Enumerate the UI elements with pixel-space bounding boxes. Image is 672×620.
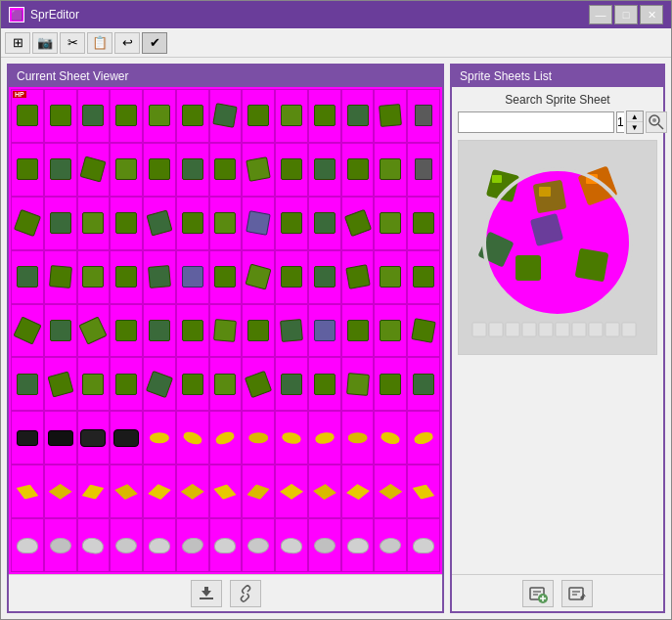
sprite-cell[interactable] — [11, 357, 44, 411]
sprite-cell[interactable] — [143, 197, 176, 250]
sprite-cell[interactable] — [11, 465, 44, 518]
sprite-cell[interactable] — [308, 304, 341, 358]
spin-up-button[interactable]: ▲ — [627, 111, 643, 122]
sprite-cell[interactable] — [110, 518, 143, 572]
close-button[interactable]: ✕ — [640, 5, 663, 24]
search-input[interactable] — [458, 111, 614, 133]
sprite-cell[interactable] — [374, 465, 407, 518]
sprite-cell[interactable] — [110, 250, 143, 304]
sprite-cell[interactable]: HP — [11, 89, 44, 143]
sprite-cell[interactable] — [407, 89, 440, 143]
sprite-cell[interactable] — [242, 357, 275, 411]
sprite-cell[interactable] — [275, 518, 308, 572]
sprite-cell[interactable] — [143, 357, 176, 411]
sprite-cell[interactable] — [77, 250, 111, 304]
sprite-cell[interactable] — [341, 518, 375, 572]
sprite-cell[interactable] — [110, 197, 143, 250]
minimize-button[interactable]: — — [589, 5, 612, 24]
sprite-cell[interactable] — [374, 304, 407, 358]
sprite-cell[interactable] — [209, 357, 243, 411]
sprite-cell[interactable] — [44, 518, 77, 572]
sprite-cell[interactable] — [341, 411, 375, 465]
sprite-cell[interactable] — [143, 304, 176, 358]
sprite-cell[interactable] — [77, 357, 111, 411]
sprite-cell[interactable] — [308, 197, 341, 250]
sprite-cell[interactable] — [176, 357, 209, 411]
sprite-cell[interactable] — [110, 411, 143, 465]
sprite-cell[interactable] — [11, 250, 44, 304]
sprite-cell[interactable] — [341, 143, 375, 197]
sprite-cell[interactable] — [176, 304, 209, 358]
sprite-cell[interactable] — [242, 304, 275, 358]
sprite-cell[interactable] — [143, 465, 176, 518]
sprite-cell[interactable] — [407, 143, 440, 197]
sprite-cell[interactable] — [209, 411, 243, 465]
sprite-cell[interactable] — [11, 197, 44, 250]
sprite-cell[interactable] — [110, 304, 143, 358]
sprite-cell[interactable] — [110, 357, 143, 411]
sprite-cell[interactable] — [242, 465, 275, 518]
sprite-cell[interactable] — [341, 89, 375, 143]
sprite-cell[interactable] — [77, 89, 111, 143]
sprite-cell[interactable] — [44, 465, 77, 518]
sprite-cell[interactable] — [11, 411, 44, 465]
sprite-cell[interactable] — [77, 465, 111, 518]
sprite-cell[interactable] — [341, 304, 375, 358]
sprite-cell[interactable] — [176, 89, 209, 143]
sprite-cell[interactable] — [374, 89, 407, 143]
sprite-cell[interactable] — [110, 143, 143, 197]
sprite-cell[interactable] — [308, 411, 341, 465]
sprite-grid[interactable]: HP — [9, 87, 442, 574]
sprite-cell[interactable] — [44, 143, 77, 197]
sprite-cell[interactable] — [209, 518, 243, 572]
sprite-cell[interactable] — [374, 411, 407, 465]
sprite-cell[interactable] — [77, 197, 111, 250]
sprite-cell[interactable] — [44, 411, 77, 465]
sprite-cell[interactable] — [209, 465, 243, 518]
sprite-cell[interactable] — [176, 143, 209, 197]
sprite-cell[interactable] — [275, 89, 308, 143]
sprite-cell[interactable] — [44, 250, 77, 304]
sprite-cell[interactable] — [242, 411, 275, 465]
sprite-cell[interactable] — [275, 304, 308, 358]
sprite-cell[interactable] — [44, 357, 77, 411]
sprite-cell[interactable] — [176, 411, 209, 465]
sprite-cell[interactable] — [143, 411, 176, 465]
sprite-cell[interactable] — [308, 143, 341, 197]
sprite-cell[interactable] — [275, 465, 308, 518]
cut-toolbar-btn[interactable]: ✂ — [60, 32, 85, 54]
download-button[interactable] — [191, 580, 222, 607]
camera-toolbar-btn[interactable]: 📷 — [32, 32, 58, 54]
sprite-cell[interactable] — [275, 143, 308, 197]
sprite-cell[interactable] — [407, 411, 440, 465]
sprite-cell[interactable] — [341, 250, 375, 304]
link-button[interactable] — [230, 580, 261, 607]
sprite-cell[interactable] — [176, 518, 209, 572]
sprite-cell[interactable] — [275, 197, 308, 250]
sprite-cell[interactable] — [374, 357, 407, 411]
search-go-button[interactable] — [646, 111, 667, 133]
sprite-cell[interactable] — [77, 411, 111, 465]
spin-down-button[interactable]: ▼ — [627, 122, 643, 133]
sprite-cell[interactable] — [308, 250, 341, 304]
sprite-cell[interactable] — [176, 197, 209, 250]
sprite-cell[interactable] — [308, 357, 341, 411]
sprite-cell[interactable] — [407, 304, 440, 358]
sprite-cell[interactable] — [77, 518, 111, 572]
sprite-cell[interactable] — [11, 143, 44, 197]
paste-toolbar-btn[interactable]: 📋 — [87, 32, 112, 54]
add-sheet-button[interactable] — [522, 580, 554, 607]
sprite-cell[interactable] — [374, 518, 407, 572]
sprite-cell[interactable] — [209, 250, 243, 304]
sprite-cell[interactable] — [11, 304, 44, 358]
sprite-cell[interactable] — [407, 250, 440, 304]
sprite-cell[interactable] — [242, 250, 275, 304]
sprite-cell[interactable] — [275, 357, 308, 411]
sprite-cell[interactable] — [407, 518, 440, 572]
sprite-cell[interactable] — [143, 518, 176, 572]
sprite-cell[interactable] — [176, 250, 209, 304]
sprite-cell[interactable] — [242, 89, 275, 143]
undo-toolbar-btn[interactable]: ↩ — [114, 32, 140, 54]
sprite-cell[interactable] — [44, 89, 77, 143]
sprite-cell[interactable] — [44, 197, 77, 250]
